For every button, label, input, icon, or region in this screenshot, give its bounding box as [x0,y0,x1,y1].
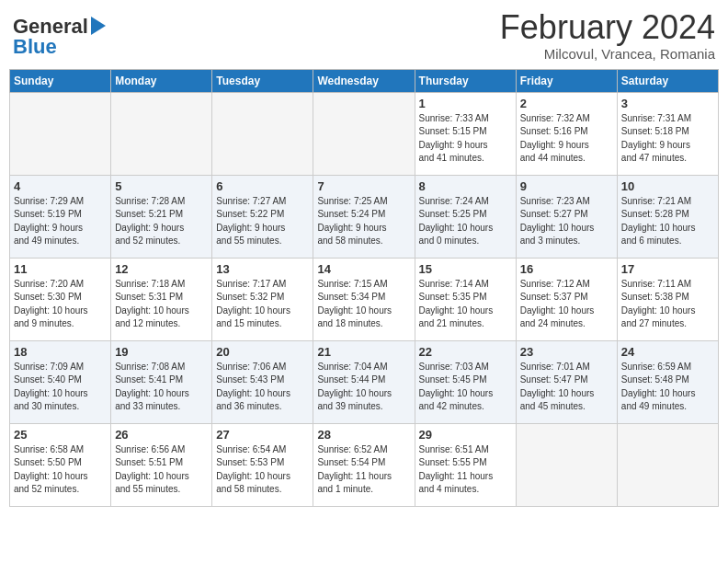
calendar-cell: 26Sunrise: 6:56 AMSunset: 5:51 PMDayligh… [111,423,212,506]
day-info: Sunrise: 7:15 AMSunset: 5:34 PMDaylight:… [317,278,410,331]
day-number: 7 [317,179,410,193]
day-info: Sunrise: 7:31 AMSunset: 5:18 PMDaylight:… [621,112,714,166]
calendar-cell: 19Sunrise: 7:08 AMSunset: 5:41 PMDayligh… [111,340,212,423]
month-title: February 2024 [500,9,715,46]
day-number: 28 [317,428,410,442]
day-info: Sunrise: 7:12 AMSunset: 5:37 PMDaylight:… [520,278,613,331]
weekday-header-wednesday: Wednesday [313,69,415,92]
day-info: Sunrise: 7:14 AMSunset: 5:35 PMDaylight:… [419,278,512,331]
day-number: 11 [14,262,107,276]
calendar-cell: 18Sunrise: 7:09 AMSunset: 5:40 PMDayligh… [10,340,111,423]
title-area: February 2024 Milcovul, Vrancea, Romania [500,9,715,62]
day-info: Sunrise: 7:01 AMSunset: 5:47 PMDaylight:… [520,361,613,414]
calendar-cell [617,423,718,506]
calendar-cell: 6Sunrise: 7:27 AMSunset: 5:22 PMDaylight… [212,175,313,258]
day-info: Sunrise: 7:20 AMSunset: 5:30 PMDaylight:… [14,278,107,331]
weekday-header-thursday: Thursday [415,69,516,92]
calendar-week-row: 1Sunrise: 7:33 AMSunset: 5:15 PMDaylight… [10,92,719,175]
calendar-cell [212,92,313,175]
calendar-table: SundayMondayTuesdayWednesdayThursdayFrid… [9,69,719,507]
day-number: 26 [115,428,208,442]
day-number: 27 [216,428,309,442]
calendar-week-row: 18Sunrise: 7:09 AMSunset: 5:40 PMDayligh… [10,340,719,423]
calendar-week-row: 4Sunrise: 7:29 AMSunset: 5:19 PMDaylight… [10,175,719,258]
calendar-week-row: 25Sunrise: 6:58 AMSunset: 5:50 PMDayligh… [10,423,719,506]
day-number: 12 [115,262,208,276]
calendar-cell: 16Sunrise: 7:12 AMSunset: 5:37 PMDayligh… [516,258,617,340]
day-number: 21 [317,345,410,359]
day-info: Sunrise: 7:33 AMSunset: 5:15 PMDaylight:… [419,112,512,166]
day-info: Sunrise: 7:25 AMSunset: 5:24 PMDaylight:… [317,195,410,248]
day-number: 9 [520,179,613,193]
calendar-cell: 9Sunrise: 7:23 AMSunset: 5:27 PMDaylight… [516,175,617,258]
day-number: 18 [14,345,107,359]
day-info: Sunrise: 6:54 AMSunset: 5:53 PMDaylight:… [216,443,309,497]
day-info: Sunrise: 6:59 AMSunset: 5:48 PMDaylight:… [621,361,714,414]
calendar-cell [313,92,415,175]
day-info: Sunrise: 7:08 AMSunset: 5:41 PMDaylight:… [115,361,208,414]
calendar-cell: 27Sunrise: 6:54 AMSunset: 5:53 PMDayligh… [212,423,313,506]
page-header: General Blue February 2024 Milcovul, Vra… [9,9,719,62]
day-number: 6 [216,179,309,193]
calendar-cell: 28Sunrise: 6:52 AMSunset: 5:54 PMDayligh… [313,423,415,506]
day-info: Sunrise: 6:56 AMSunset: 5:51 PMDaylight:… [115,443,208,497]
day-number: 15 [419,262,512,276]
calendar-cell: 29Sunrise: 6:51 AMSunset: 5:55 PMDayligh… [415,423,516,506]
weekday-header-friday: Friday [516,69,617,92]
calendar-cell: 24Sunrise: 6:59 AMSunset: 5:48 PMDayligh… [617,340,718,423]
calendar-header-row: SundayMondayTuesdayWednesdayThursdayFrid… [10,69,719,92]
calendar-week-row: 11Sunrise: 7:20 AMSunset: 5:30 PMDayligh… [10,258,719,340]
day-number: 23 [520,345,613,359]
day-number: 4 [14,179,107,193]
day-number: 20 [216,345,309,359]
day-info: Sunrise: 7:03 AMSunset: 5:45 PMDaylight:… [419,361,512,414]
day-number: 24 [621,345,714,359]
day-info: Sunrise: 6:51 AMSunset: 5:55 PMDaylight:… [419,443,512,497]
day-number: 14 [317,262,410,276]
day-number: 10 [621,179,714,193]
day-info: Sunrise: 7:04 AMSunset: 5:44 PMDaylight:… [317,361,410,414]
calendar-cell: 12Sunrise: 7:18 AMSunset: 5:31 PMDayligh… [111,258,212,340]
svg-marker-0 [91,17,106,35]
calendar-cell [10,92,111,175]
day-number: 29 [419,428,512,442]
calendar-cell: 20Sunrise: 7:06 AMSunset: 5:43 PMDayligh… [212,340,313,423]
day-number: 17 [621,262,714,276]
day-number: 2 [520,97,613,110]
day-number: 22 [419,345,512,359]
weekday-header-monday: Monday [111,69,212,92]
day-number: 3 [621,97,714,110]
logo: General Blue [13,15,108,59]
day-info: Sunrise: 7:23 AMSunset: 5:27 PMDaylight:… [520,195,613,248]
calendar-cell: 3Sunrise: 7:31 AMSunset: 5:18 PMDaylight… [617,92,718,175]
calendar-cell: 14Sunrise: 7:15 AMSunset: 5:34 PMDayligh… [313,258,415,340]
calendar-cell [111,92,212,175]
day-info: Sunrise: 6:52 AMSunset: 5:54 PMDaylight:… [317,443,410,497]
day-info: Sunrise: 7:24 AMSunset: 5:25 PMDaylight:… [419,195,512,248]
day-number: 1 [419,97,512,110]
day-info: Sunrise: 7:27 AMSunset: 5:22 PMDaylight:… [216,195,309,248]
weekday-header-tuesday: Tuesday [212,69,313,92]
day-info: Sunrise: 7:11 AMSunset: 5:38 PMDaylight:… [621,278,714,331]
day-info: Sunrise: 7:06 AMSunset: 5:43 PMDaylight:… [216,361,309,414]
day-number: 5 [115,179,208,193]
calendar-cell: 21Sunrise: 7:04 AMSunset: 5:44 PMDayligh… [313,340,415,423]
day-number: 13 [216,262,309,276]
day-info: Sunrise: 6:58 AMSunset: 5:50 PMDaylight:… [14,443,107,497]
calendar-cell: 25Sunrise: 6:58 AMSunset: 5:50 PMDayligh… [10,423,111,506]
day-info: Sunrise: 7:28 AMSunset: 5:21 PMDaylight:… [115,195,208,248]
weekday-header-sunday: Sunday [10,69,111,92]
calendar-cell: 4Sunrise: 7:29 AMSunset: 5:19 PMDaylight… [10,175,111,258]
calendar-cell: 13Sunrise: 7:17 AMSunset: 5:32 PMDayligh… [212,258,313,340]
day-info: Sunrise: 7:29 AMSunset: 5:19 PMDaylight:… [14,195,107,248]
calendar-cell: 10Sunrise: 7:21 AMSunset: 5:28 PMDayligh… [617,175,718,258]
calendar-cell: 17Sunrise: 7:11 AMSunset: 5:38 PMDayligh… [617,258,718,340]
day-info: Sunrise: 7:21 AMSunset: 5:28 PMDaylight:… [621,195,714,248]
day-info: Sunrise: 7:32 AMSunset: 5:16 PMDaylight:… [520,112,613,166]
day-number: 16 [520,262,613,276]
location-subtitle: Milcovul, Vrancea, Romania [500,46,715,62]
calendar-cell [516,423,617,506]
calendar-cell: 7Sunrise: 7:25 AMSunset: 5:24 PMDaylight… [313,175,415,258]
logo-icon [89,15,108,37]
day-number: 25 [14,428,107,442]
